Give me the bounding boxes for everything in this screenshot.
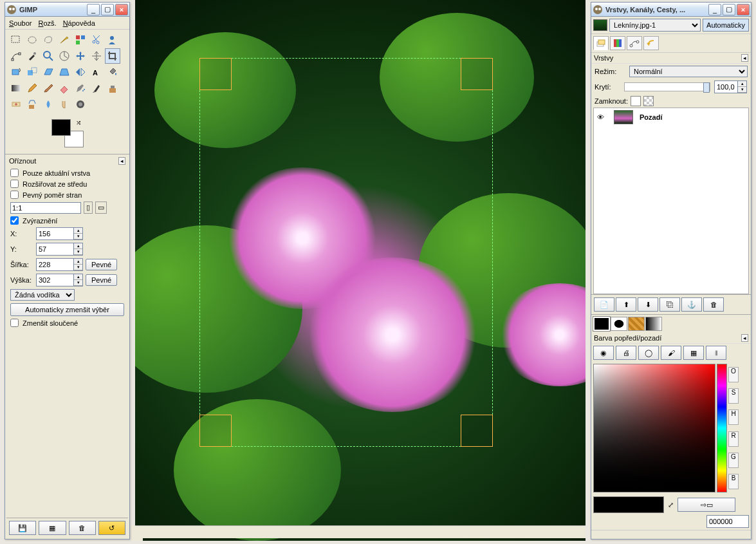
opacity-spinner[interactable]: ▴▾ — [737, 80, 747, 93]
rect-select-tool[interactable] — [8, 32, 24, 48]
eraser-tool[interactable] — [57, 80, 72, 96]
layer-list[interactable]: 👁 Pozadí — [593, 108, 749, 294]
heal-tool[interactable] — [8, 97, 24, 112]
aspect-ratio-input[interactable] — [10, 202, 81, 214]
guides-combo[interactable]: Žádná vodítka — [10, 289, 75, 301]
fg-bg-tab[interactable] — [593, 317, 610, 331]
crop-selection[interactable] — [199, 58, 493, 447]
scale-tool[interactable] — [24, 64, 40, 80]
color-swatch[interactable]: ⤭ — [51, 119, 84, 147]
anchor-layer-button[interactable]: ⚓ — [681, 297, 702, 312]
crop-tool[interactable] — [105, 48, 120, 64]
maximize-button[interactable]: ▢ — [723, 4, 735, 15]
fuzzy-select-tool[interactable] — [57, 32, 72, 48]
move-tool[interactable] — [73, 48, 88, 64]
color-field[interactable] — [593, 364, 715, 492]
height-fixed-button[interactable]: Pevné — [86, 274, 117, 286]
resize-grip[interactable] — [591, 530, 751, 539]
new-layer-button[interactable]: 📄 — [594, 297, 614, 312]
ellipse-select-tool[interactable] — [24, 32, 40, 48]
hex-input[interactable] — [706, 515, 749, 528]
hue-mode-h[interactable]: H — [728, 409, 739, 425]
image-canvas[interactable] — [135, 0, 585, 541]
mode-select[interactable]: Normální — [629, 66, 748, 77]
paintbrush-tool[interactable] — [41, 80, 56, 96]
wheel-picker-button[interactable]: 🖌 — [661, 346, 681, 360]
layer-row[interactable]: 👁 Pozadí — [594, 108, 748, 126]
y-spinner[interactable]: ▴▾ — [73, 243, 83, 256]
brushes-tab[interactable] — [611, 317, 627, 331]
undo-history-tab[interactable] — [643, 36, 659, 50]
color-menu-icon[interactable]: ◂ — [741, 334, 748, 342]
text-tool[interactable]: A — [89, 64, 104, 80]
delete-layer-button[interactable]: 🗑 — [703, 297, 724, 312]
highlight-checkbox[interactable]: Zvýraznění — [10, 216, 124, 225]
menu-soubor[interactable]: Soubor — [9, 19, 32, 27]
auto-shrink-button[interactable]: Automaticky zmenšit výběr — [10, 303, 124, 316]
image-selector[interactable]: Lekníny.jpg-1 — [609, 19, 701, 32]
crop-handle-br[interactable] — [461, 415, 493, 447]
horizontal-scrollbar[interactable] — [135, 525, 585, 538]
bucket-fill-tool[interactable] — [105, 64, 120, 80]
dock-titlebar[interactable]: Vrstvy, Kanály, Cesty, ... _ ▢ × — [591, 3, 751, 17]
height-spinner[interactable]: ▴▾ — [73, 274, 83, 286]
rotate-tool[interactable] — [8, 64, 24, 80]
maximize-button[interactable]: ▢ — [101, 4, 114, 15]
shrink-merged-checkbox[interactable]: Zmenšit sloučené — [10, 319, 124, 327]
x-input[interactable] — [36, 227, 73, 240]
restore-options-button[interactable]: ▦ — [39, 521, 66, 535]
crop-handle-tl[interactable] — [199, 58, 232, 90]
width-fixed-button[interactable]: Pevné — [86, 259, 117, 270]
dodge-burn-tool[interactable] — [73, 97, 88, 112]
menu-rozsireni[interactable]: Rozš. — [38, 19, 56, 27]
paths-tool[interactable] — [8, 48, 24, 64]
minimize-button[interactable]: _ — [87, 4, 100, 15]
width-spinner[interactable]: ▴▾ — [73, 258, 83, 271]
delete-options-button[interactable]: 🗑 — [69, 521, 96, 535]
patterns-tab[interactable] — [628, 317, 645, 331]
close-button[interactable]: × — [737, 4, 750, 15]
opacity-slider[interactable] — [624, 82, 710, 91]
reset-options-button[interactable]: ↺ — [98, 521, 125, 535]
foreground-color[interactable] — [51, 119, 71, 136]
portrait-icon[interactable]: ▯ — [84, 202, 93, 214]
fixed-ratio-checkbox[interactable]: Pevný poměr stran — [10, 191, 124, 199]
current-layer-checkbox[interactable]: Pouze aktuální vrstva — [10, 169, 124, 177]
menu-napoveda[interactable]: Nápověda — [63, 19, 95, 27]
landscape-icon[interactable]: ▭ — [95, 202, 107, 214]
blur-tool[interactable] — [41, 97, 56, 112]
paths-tab[interactable] — [627, 36, 642, 50]
shear-tool[interactable] — [41, 64, 56, 80]
scales-picker-button[interactable]: ⫴ — [706, 346, 726, 360]
hue-mode-o[interactable]: O — [728, 367, 739, 382]
layers-tab[interactable] — [593, 36, 609, 50]
minimize-button[interactable]: _ — [708, 4, 721, 15]
layers-menu-icon[interactable]: ◂ — [741, 54, 748, 62]
y-input[interactable] — [36, 243, 73, 256]
foreground-select-tool[interactable] — [105, 32, 120, 48]
hue-mode-s[interactable]: S — [728, 388, 739, 404]
expand-from-center-checkbox[interactable]: Rozšiřovat ze středu — [10, 180, 124, 188]
perspective-clone-tool[interactable] — [24, 97, 40, 112]
add-to-palette-button[interactable]: ⇨▭ — [678, 498, 735, 512]
lock-pixels-checkbox[interactable] — [631, 96, 641, 106]
cmyk-picker-button[interactable]: 🖨 — [616, 346, 636, 360]
lock-alpha-checkbox[interactable] — [643, 96, 654, 106]
watercolor-picker-button[interactable]: ◯ — [638, 346, 659, 360]
x-spinner[interactable]: ▴▾ — [73, 227, 83, 240]
scissors-tool[interactable] — [89, 32, 104, 48]
clone-tool[interactable] — [105, 80, 120, 96]
save-options-button[interactable]: 💾 — [9, 521, 36, 535]
crop-handle-bl[interactable] — [199, 415, 232, 447]
width-input[interactable] — [36, 258, 73, 271]
current-color-swatch[interactable] — [593, 496, 664, 513]
toolbox-titlebar[interactable]: GIMP _ ▢ × — [5, 3, 129, 17]
lower-layer-button[interactable]: ⬇ — [638, 297, 658, 312]
smudge-tool[interactable] — [57, 97, 72, 112]
free-select-tool[interactable] — [41, 32, 56, 48]
close-button[interactable]: × — [115, 4, 128, 15]
channels-tab[interactable] — [610, 36, 625, 50]
perspective-tool[interactable] — [57, 64, 72, 80]
hue-mode-b[interactable]: B — [728, 474, 739, 489]
auto-button[interactable]: Automaticky — [703, 19, 749, 32]
